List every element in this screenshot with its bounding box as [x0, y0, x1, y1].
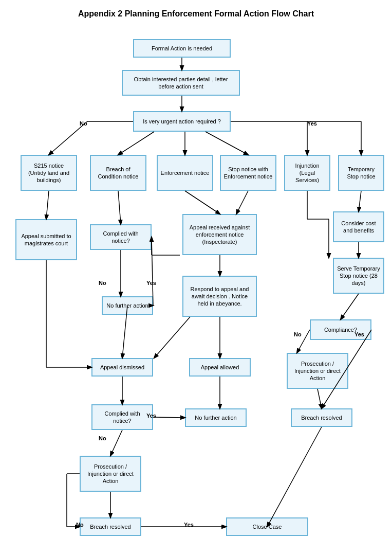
page-title: Appendix 2 Planning Enforcement Formal A… [0, 0, 392, 24]
svg-line-6 [206, 132, 248, 155]
svg-line-17 [341, 294, 359, 319]
prosecution2-box: Prosecution / Injunction or direct Actio… [80, 456, 141, 492]
breach-resolved2-box: Breach resolved [80, 517, 141, 536]
s215-box: S215 notice (Untidy land and buildings) [21, 155, 77, 191]
complied1-box: Complied with notice? [90, 224, 152, 250]
svg-line-22 [154, 317, 190, 358]
respond-appeal-box: Respond to appeal and await decision . N… [182, 276, 257, 317]
svg-line-20 [152, 237, 153, 306]
yes-label-1: Yes [307, 120, 317, 127]
yes-label-4: Yes [146, 413, 156, 419]
no-further1-box: No further action [102, 296, 153, 315]
svg-line-32 [267, 427, 322, 527]
formal-action-box: Formal Action is needed [133, 39, 231, 58]
no-label-5: No [76, 522, 84, 528]
flowchart: Formal Action is needed Obtain intereste… [0, 24, 392, 548]
yes-label-5: Yes [184, 522, 194, 528]
svg-line-12 [118, 191, 121, 224]
injunction-box: Injunction (Legal Services) [284, 155, 330, 191]
svg-line-13 [185, 191, 220, 214]
no-label-4: No [99, 435, 106, 441]
svg-line-15 [359, 191, 361, 211]
complied2-box: Complied with notice? [91, 404, 153, 430]
urgent-question-box: Is very urgent action required ? [133, 111, 231, 132]
close-case-box: Close Case [226, 517, 308, 536]
svg-line-14 [236, 191, 248, 214]
breach-condition-box: Breach of Condition notice [90, 155, 146, 191]
breach-resolved1-box: Breach resolved [291, 408, 352, 427]
svg-line-28 [153, 417, 185, 418]
serve-temp-box: Serve Temporary Stop notice (28 days) [333, 258, 384, 294]
appeal-received-box: Appeal received against enforcement noti… [182, 214, 257, 255]
appeal-allowed-box: Appeal allowed [189, 358, 251, 377]
enforcement-box: Enforcement notice [157, 155, 213, 191]
temp-stop-box: Temporary Stop notice [338, 155, 384, 191]
svg-line-26 [318, 389, 322, 408]
svg-line-11 [46, 191, 49, 219]
no-label-1: No [80, 120, 87, 127]
consider-cost-box: Consider cost and benefits [333, 211, 384, 242]
prosecution1-box: Prosecution / Injunction or direct Actio… [287, 353, 348, 389]
obtain-details-box: Obtain interested parties detail , lette… [122, 70, 240, 96]
no-label-2: No [99, 280, 106, 286]
appeal-dismissed-box: Appeal dismissed [91, 358, 153, 377]
yes-label-2: Yes [146, 280, 156, 286]
no-further2-box: No further action [185, 408, 247, 427]
svg-line-4 [118, 132, 154, 155]
svg-line-29 [110, 430, 122, 456]
appeal-magistrates-box: Appeal submitted to magistrates court [15, 219, 77, 260]
no-label-3: No [294, 331, 302, 337]
stop-enforcement-box: Stop notice with Enforcement notice [220, 155, 276, 191]
yes-label-3: Yes [354, 331, 364, 337]
